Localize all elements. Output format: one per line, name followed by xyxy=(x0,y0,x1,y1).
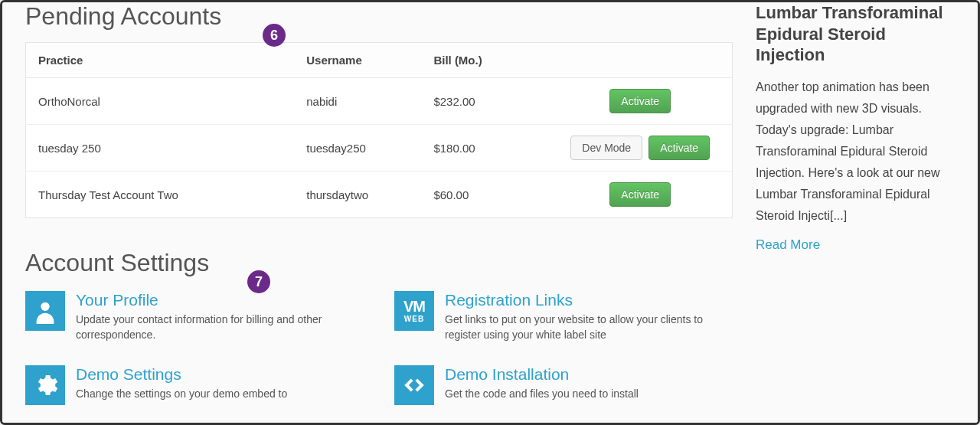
sidebar-post-title[interactable]: Lumbar Transforaminal Epidural Steroid I… xyxy=(756,2,959,66)
dev-mode-button[interactable]: Dev Mode xyxy=(570,136,642,160)
table-header-row: Practice Username Bill (Mo.) xyxy=(26,43,733,78)
read-more-link[interactable]: Read More xyxy=(756,237,820,252)
col-header-bill: Bill (Mo.) xyxy=(421,43,548,78)
sidebar-post-excerpt: Another top animation has been upgraded … xyxy=(756,77,959,227)
annotation-badge-6: 6 xyxy=(263,24,286,47)
setting-desc: Update your contact information for bill… xyxy=(76,312,364,342)
sidebar: Lumbar Transforaminal Epidural Steroid I… xyxy=(748,2,978,423)
activate-button[interactable]: Activate xyxy=(648,136,710,160)
account-settings-title-text: Account Settings xyxy=(25,249,209,276)
cell-username: thursdaytwo xyxy=(294,172,421,218)
gear-icon xyxy=(25,365,65,405)
code-icon xyxy=(394,365,434,405)
setting-item-registration[interactable]: VMWEB Registration Links Get links to pu… xyxy=(394,291,733,342)
cell-bill: $60.00 xyxy=(421,172,548,218)
table-row: tuesday 250 tuesday250 $180.00 Dev Mode … xyxy=(26,125,733,172)
account-settings-title: Account Settings 7 xyxy=(25,249,209,277)
annotation-badge-7: 7 xyxy=(247,270,270,293)
cell-bill: $232.00 xyxy=(421,78,548,125)
svg-point-0 xyxy=(41,302,49,311)
cell-username: tuesday250 xyxy=(294,125,421,172)
setting-title: Your Profile xyxy=(76,291,364,309)
profile-icon xyxy=(25,291,65,331)
col-header-username: Username xyxy=(294,43,421,78)
pending-accounts-title-text: Pending Accounts xyxy=(25,2,221,30)
setting-desc: Get links to put on your website to allo… xyxy=(445,312,733,342)
cell-practice: OrthoNorcal xyxy=(26,78,295,125)
setting-title: Demo Installation xyxy=(445,365,639,384)
setting-item-demo-install[interactable]: Demo Installation Get the code and files… xyxy=(394,365,733,405)
activate-button[interactable]: Activate xyxy=(609,182,671,207)
setting-item-demo-settings[interactable]: Demo Settings Change the settings on you… xyxy=(25,365,364,405)
table-row: OrthoNorcal nabidi $232.00 Activate xyxy=(26,78,733,125)
settings-grid: Your Profile Update your contact informa… xyxy=(25,291,733,405)
cell-bill: $180.00 xyxy=(421,125,548,172)
table-row: Thursday Test Account Two thursdaytwo $6… xyxy=(26,172,733,218)
cell-practice: Thursday Test Account Two xyxy=(26,172,295,218)
activate-button[interactable]: Activate xyxy=(609,89,671,113)
pending-accounts-title: Pending Accounts 6 xyxy=(25,2,221,31)
pending-accounts-table: Practice Username Bill (Mo.) OrthoNorcal… xyxy=(25,42,733,218)
setting-desc: Get the code and files you need to insta… xyxy=(445,387,639,402)
cell-practice: tuesday 250 xyxy=(26,125,295,172)
setting-title: Demo Settings xyxy=(76,365,287,384)
setting-desc: Change the settings on your demo embed t… xyxy=(76,387,287,402)
vm-web-icon: VMWEB xyxy=(394,291,434,331)
col-header-actions xyxy=(549,43,733,78)
col-header-practice: Practice xyxy=(26,43,295,78)
setting-title: Registration Links xyxy=(445,291,733,309)
cell-username: nabidi xyxy=(294,78,421,125)
setting-item-profile[interactable]: Your Profile Update your contact informa… xyxy=(25,291,364,342)
